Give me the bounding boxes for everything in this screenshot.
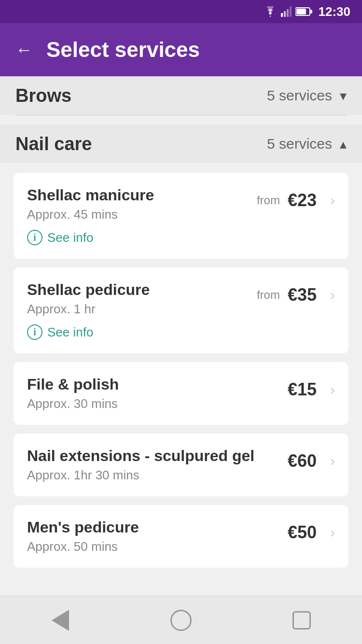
nail-care-section-right: 5 services ▴ (267, 136, 347, 152)
back-button[interactable]: ← (15, 41, 33, 58)
service-duration: Approx. 1hr 30 mins (27, 468, 288, 483)
status-icons (264, 6, 313, 17)
svg-rect-5 (296, 9, 306, 14)
nail-care-count: 5 services (267, 136, 332, 152)
service-duration: Approx. 45 mins (27, 207, 257, 222)
see-info-label: See info (47, 230, 93, 245)
svg-rect-1 (284, 11, 286, 17)
service-price-area: €50 › (288, 522, 335, 543)
service-price-area: from €35 › (257, 285, 335, 305)
service-name: Men's pedicure (27, 518, 288, 536)
brows-count: 5 services (267, 87, 332, 104)
service-card-shellac-pedicure[interactable]: Shellac pedicure Approx. 1 hr from €35 ›… (14, 267, 348, 353)
service-card-row: Men's pedicure Approx. 50 mins €50 › (27, 518, 335, 554)
service-info: Nail extensions - sculpured gel Approx. … (27, 447, 288, 483)
service-info: Shellac manicure Approx. 45 mins (27, 186, 257, 222)
back-triangle-icon (52, 610, 69, 631)
price-value: €35 (288, 285, 317, 305)
service-duration: Approx. 1 hr (27, 302, 257, 317)
info-icon: i (27, 230, 42, 245)
status-bar: 12:30 (0, 0, 362, 23)
chevron-right-icon: › (330, 287, 335, 303)
home-circle-icon (170, 610, 192, 631)
price-value: €23 (288, 190, 317, 210)
wifi-icon (264, 6, 277, 17)
service-name: Nail extensions - sculpured gel (27, 447, 288, 465)
service-card-row: Nail extensions - sculpured gel Approx. … (27, 447, 335, 483)
battery-icon (295, 7, 313, 16)
service-card-nail-extensions[interactable]: Nail extensions - sculpured gel Approx. … (14, 434, 348, 496)
service-price-area: from €23 › (257, 190, 335, 210)
nav-home-button[interactable] (167, 606, 195, 635)
brows-chevron: ▾ (340, 88, 347, 104)
see-info-shellac-manicure[interactable]: i See info (27, 230, 335, 245)
info-icon: i (27, 324, 42, 340)
service-info: Men's pedicure Approx. 50 mins (27, 518, 288, 554)
brows-title: Brows (15, 85, 71, 106)
nail-care-title: Nail care (15, 134, 92, 154)
price-from: from (257, 288, 280, 302)
brows-section-header[interactable]: Brows 5 services ▾ (0, 76, 362, 115)
service-info: Shellac pedicure Approx. 1 hr (27, 281, 257, 317)
service-info: File & polish Approx. 30 mins (27, 376, 288, 411)
price-only: €60 (288, 451, 317, 471)
service-price-area: €60 › (288, 451, 335, 471)
chevron-right-icon: › (330, 453, 335, 469)
price-only: €15 (288, 379, 317, 400)
nav-recent-button[interactable] (287, 606, 316, 635)
nail-care-chevron: ▴ (340, 136, 347, 152)
service-card-row: Shellac pedicure Approx. 1 hr from €35 › (27, 281, 335, 317)
svg-rect-3 (290, 6, 292, 17)
price-from: from (257, 194, 280, 207)
brows-section-right: 5 services ▾ (267, 87, 347, 104)
service-name: File & polish (27, 376, 288, 393)
svg-rect-2 (287, 9, 289, 17)
svg-rect-6 (310, 10, 312, 14)
page-header: ← Select services (0, 23, 362, 76)
status-time: 12:30 (319, 4, 351, 19)
service-card-row: File & polish Approx. 30 mins €15 › (27, 376, 335, 411)
service-card-shellac-manicure[interactable]: Shellac manicure Approx. 45 mins from €2… (14, 173, 348, 259)
services-list: Shellac manicure Approx. 45 mins from €2… (0, 163, 362, 577)
bottom-nav (0, 596, 362, 644)
service-duration: Approx. 30 mins (27, 396, 288, 411)
nav-back-button[interactable] (46, 606, 75, 635)
price-only: €50 (288, 522, 317, 543)
see-info-label: See info (47, 325, 93, 340)
section-gap (0, 116, 362, 125)
chevron-right-icon: › (330, 524, 335, 541)
see-info-shellac-pedicure[interactable]: i See info (27, 324, 335, 340)
service-name: Shellac pedicure (27, 281, 257, 299)
service-card-file-polish[interactable]: File & polish Approx. 30 mins €15 › (14, 362, 348, 425)
service-duration: Approx. 50 mins (27, 539, 288, 554)
service-name: Shellac manicure (27, 186, 257, 204)
nail-care-section-header[interactable]: Nail care 5 services ▴ (0, 125, 362, 163)
signal-icon (281, 6, 292, 17)
service-price-area: €15 › (288, 379, 335, 400)
service-card-mens-pedicure[interactable]: Men's pedicure Approx. 50 mins €50 › (14, 505, 348, 568)
recent-square-icon (292, 611, 311, 630)
chevron-right-icon: › (330, 192, 335, 209)
page-title: Select services (46, 38, 200, 62)
chevron-right-icon: › (330, 381, 335, 398)
service-card-row: Shellac manicure Approx. 45 mins from €2… (27, 186, 335, 222)
svg-rect-0 (281, 13, 283, 17)
